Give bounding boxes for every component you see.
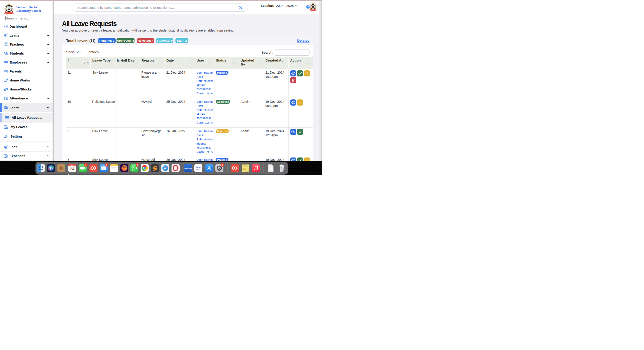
svg-text:Vedmarg: Vedmarg	[196, 166, 201, 168]
svg-text:DEC: DEC	[71, 164, 74, 166]
svg-text:ESTD: ESTD	[6, 10, 8, 10]
svg-text:admin: admin	[196, 168, 201, 170]
svg-text:2021: 2021	[11, 10, 12, 10]
svg-text:ZIP: ZIP	[270, 170, 272, 171]
svg-text:24: 24	[70, 167, 74, 171]
svg-text:Vedmarg: Vedmarg	[184, 167, 192, 169]
